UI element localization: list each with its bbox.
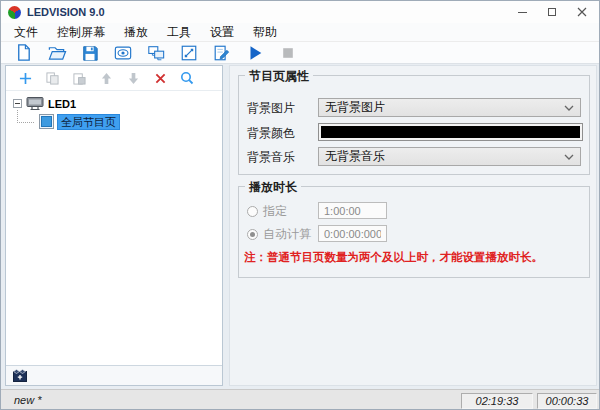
tree-panel-footer [6,365,222,385]
control-screens-button[interactable] [145,43,166,63]
minimize-icon [518,12,527,13]
preview-eye-icon [113,44,133,62]
fullscreen-icon [180,44,198,62]
specify-radio[interactable] [247,206,258,217]
play-icon [246,44,264,62]
bg-image-value: 无背景图片 [325,99,564,116]
title-bar: LEDVISION 9.0 [1,1,599,23]
program-tree: LED1 全局节目页 [6,91,222,365]
app-window: LEDVISION 9.0 文件 控制屏幕 播放 工具 设置 帮助 [0,0,600,410]
auto-radio-row: 自动计算 [247,226,311,243]
status-bar: new * 02:19:33 00:00:33 [1,389,599,410]
countdown-time-display: 00:00:33 [537,393,597,409]
window-controls [507,1,597,23]
save-icon [81,44,99,62]
tree-item-global-page[interactable]: 全局节目页 [6,113,222,130]
close-icon [577,7,587,17]
search-button[interactable] [179,70,195,86]
auto-calc-label: 自动计算 [263,226,311,243]
add-button[interactable] [17,70,33,86]
elapsed-time-display: 02:19:33 [461,393,533,409]
menu-file[interactable]: 文件 [14,24,38,41]
bg-music-value: 无背景音乐 [325,148,564,165]
minimize-button[interactable] [507,1,537,23]
paste-button[interactable] [71,70,87,86]
paste-icon [73,72,86,85]
open-folder-icon [47,43,67,62]
page-properties-group-title: 节目页属性 [245,68,313,85]
maximize-icon [548,8,556,16]
screens-icon [146,44,166,62]
delete-button[interactable] [152,70,168,86]
auto-calc-radio[interactable] [247,229,258,240]
menu-settings[interactable]: 设置 [210,24,234,41]
add-icon [19,72,32,85]
move-up-button[interactable] [98,70,114,86]
new-document-icon [14,43,33,62]
page-properties-group: 节目页属性 背景图片 无背景图片 背景颜色 背景音乐 无背景音乐 [238,75,590,175]
auto-duration-input[interactable] [318,225,387,242]
specify-label: 指定 [263,203,287,220]
preview-button[interactable] [112,43,133,63]
tree-connector [17,110,34,123]
selected-tree-label: 全局节目页 [57,114,120,130]
led-screen-icon [26,97,44,111]
search-icon [180,71,194,85]
menu-tools[interactable]: 工具 [167,24,191,41]
play-button[interactable] [244,43,265,63]
menu-bar: 文件 控制屏幕 播放 工具 设置 帮助 [1,23,599,42]
document-status: new * [14,394,42,406]
menu-control-screen[interactable]: 控制屏幕 [57,24,105,41]
arrow-up-icon [101,72,112,85]
edit-program-button[interactable] [211,43,232,63]
properties-panel: 节目页属性 背景图片 无背景图片 背景颜色 背景音乐 无背景音乐 播放时长 [229,65,597,386]
bg-color-label: 背景颜色 [247,125,295,142]
program-tree-panel: LED1 全局节目页 [5,65,223,386]
tree-item-led1[interactable]: LED1 [6,96,222,111]
play-duration-group-title: 播放时长 [245,179,301,196]
elapsed-time-value: 02:19:33 [476,395,519,407]
save-button[interactable] [79,43,100,63]
specify-duration-input[interactable] [318,202,387,219]
main-toolbar [1,42,599,64]
new-document-button[interactable] [13,43,34,63]
stop-button[interactable] [277,43,298,63]
close-button[interactable] [567,1,597,23]
app-logo-icon [8,6,21,19]
bg-image-label: 背景图片 [247,100,295,117]
open-file-button[interactable] [46,43,67,63]
clapperboard-icon [13,369,27,382]
chevron-down-icon [564,154,574,160]
window-title: LEDVISION 9.0 [27,6,105,18]
bg-image-dropdown[interactable]: 无背景图片 [318,98,581,117]
play-duration-group: 播放时长 指定 自动计算 注：普通节目页数量为两个及以上时，才能设置播放时长。 [238,186,590,278]
arrow-down-icon [128,72,139,85]
chevron-down-icon [564,105,574,111]
bg-color-swatch [321,126,580,138]
bg-music-label: 背景音乐 [247,149,295,166]
specify-radio-row: 指定 [247,203,287,220]
edit-icon [212,44,231,62]
stop-icon [280,45,296,61]
collapse-expander-icon[interactable] [13,99,22,108]
bg-color-button[interactable] [318,123,583,141]
move-down-button[interactable] [125,70,141,86]
copy-button[interactable] [44,70,60,86]
program-page-icon [39,114,54,129]
menu-play[interactable]: 播放 [124,24,148,41]
fullscreen-button[interactable] [178,43,199,63]
copy-icon [46,72,59,85]
bg-music-dropdown[interactable]: 无背景音乐 [318,147,581,166]
countdown-time-value: 00:00:33 [546,395,589,407]
content-area: LED1 全局节目页 [1,64,599,389]
tree-root-label: LED1 [48,98,76,110]
add-media-button[interactable] [12,368,28,384]
maximize-button[interactable] [537,1,567,23]
tree-toolbar [6,66,222,91]
menu-help[interactable]: 帮助 [253,24,277,41]
duration-note: 注：普通节目页数量为两个及以上时，才能设置播放时长。 [244,250,543,265]
delete-x-icon [155,73,166,84]
